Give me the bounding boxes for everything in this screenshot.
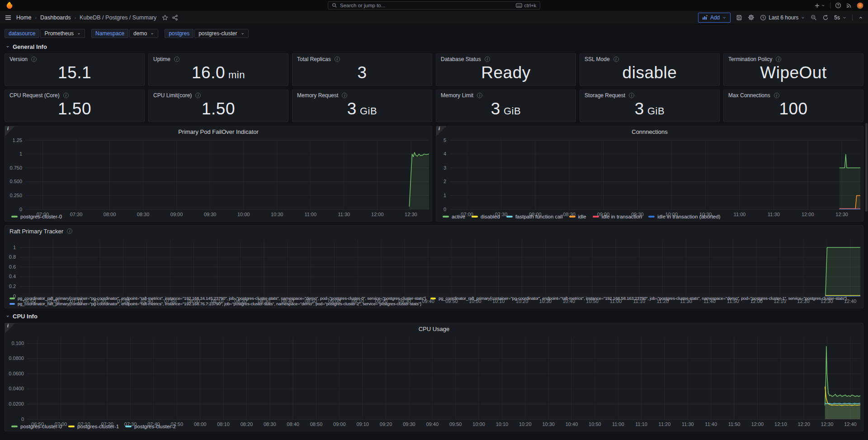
legend-item[interactable]: pg_coordinator_raft_primary{container="p… (9, 301, 421, 306)
info-icon[interactable]: i (335, 57, 340, 62)
stat-panel-memory-request: Memory Requesti 3GiB (292, 90, 432, 122)
panel-info-corner-icon[interactable]: i (436, 126, 446, 136)
stat-panel-cpu-request: CPU Request (Core)i 1.50 (5, 90, 145, 122)
svg-text:0: 0 (443, 207, 446, 212)
legend-item[interactable]: pg_coordinator_raft_primary{container="p… (9, 296, 426, 301)
variable-postgres-dropdown[interactable]: postgres-cluster (194, 29, 248, 38)
legend-label: postgres-cluster-1 (77, 424, 119, 429)
panel-title[interactable]: Raft Primary Trackeri (5, 226, 863, 237)
legend-item[interactable]: postgres-cluster-1 (68, 424, 119, 429)
info-icon[interactable]: i (63, 93, 69, 98)
stat-panel-cpu-limit: CPU Limit(core)i 1.50 (148, 90, 288, 122)
legend-swatch (11, 216, 18, 218)
info-icon[interactable]: i (477, 93, 482, 98)
info-icon[interactable]: i (67, 228, 72, 234)
cpu-usage-chart-plot[interactable]: 0.1000.08000.06000.04000.0200006:5007:00… (5, 334, 863, 423)
svg-text:0.0200: 0.0200 (9, 401, 24, 407)
info-icon[interactable]: i (613, 57, 619, 62)
variable-datasource-label: datasource (5, 29, 39, 38)
stat-panel-database-status: Database Statusi Ready (436, 53, 576, 86)
info-icon[interactable]: i (485, 57, 490, 62)
failover-chart-plot[interactable]: 1.2510.7500.5000.250007:0007:3008:0008:3… (5, 137, 432, 213)
section-general-info[interactable]: General Info (5, 43, 863, 51)
new-button[interactable] (814, 3, 826, 9)
breadcrumb-home[interactable]: Home (16, 14, 31, 21)
refresh-button[interactable] (822, 14, 829, 21)
legend-swatch (125, 426, 132, 427)
legend-item[interactable]: idle in transaction (593, 214, 642, 219)
refresh-icon (822, 14, 829, 21)
menu-toggle-button[interactable] (5, 14, 12, 21)
legend-item[interactable]: postgres-cluster-0 (11, 214, 62, 219)
legend-label: pg_coordinator_raft_primary{container="p… (18, 301, 421, 306)
connections-chart-plot[interactable]: 54321007:0007:3008:0008:3009:0009:3010:0… (436, 137, 863, 213)
search-input[interactable]: Search or jump to... ctrl+k (328, 1, 540, 9)
legend-item[interactable]: idle (569, 214, 586, 219)
legend-item[interactable]: fastpath function call (506, 214, 563, 219)
panel-title[interactable]: Primary Pod FailOver Indicator (5, 126, 432, 137)
section-cpu-info[interactable]: CPU Info (5, 312, 863, 320)
legend-item[interactable]: idle in transaction (aborted) (648, 214, 720, 219)
legend-item[interactable]: postgres-cluster-2 (125, 424, 176, 429)
stat-value: 1.50 (153, 99, 283, 119)
user-avatar[interactable] (857, 2, 863, 9)
connections-chart-legend: activedisabledfastpath function callidle… (436, 213, 863, 221)
add-panel-button[interactable]: Add (698, 13, 731, 23)
panel-info-corner-icon[interactable]: i (5, 323, 15, 333)
stat-title: CPU Limit(core) (153, 92, 192, 99)
svg-text:0.0400: 0.0400 (9, 386, 24, 391)
legend-item[interactable]: postgres-cluster-0 (11, 424, 62, 429)
favorite-button[interactable] (162, 14, 168, 21)
legend-label: disabled (481, 214, 500, 219)
raft-chart-plot[interactable]: 10.80.60.40.2006:5007:0007:1007:2007:300… (5, 237, 863, 295)
stat-panel-memory-limit: Memory Limiti 3GiB (436, 90, 576, 122)
info-icon[interactable]: i (31, 57, 37, 62)
info-icon[interactable]: i (174, 57, 179, 62)
stat-title: Total Replicas (297, 56, 331, 62)
info-icon[interactable]: i (629, 93, 634, 98)
variable-datasource-dropdown[interactable]: Prometheus (40, 29, 85, 38)
help-button[interactable] (835, 2, 841, 9)
panel-title[interactable]: CPU Usage (5, 323, 863, 334)
refresh-interval-label: 5s (834, 14, 840, 21)
variable-namespace: Namespace demo (91, 29, 158, 38)
info-icon[interactable]: i (774, 93, 779, 98)
stat-panel-uptime: Uptimei 16.0min (148, 53, 288, 86)
legend-item[interactable]: active (443, 214, 465, 219)
panel-connections: i Connnections 54321007:0007:3008:0008:3… (436, 126, 863, 222)
panel-title[interactable]: Connnections (436, 126, 863, 137)
panel-failover-indicator: i Primary Pod FailOver Indicator 1.2510.… (5, 126, 432, 222)
stat-value: Ready (441, 62, 571, 83)
legend-swatch (593, 216, 599, 218)
info-icon[interactable]: i (195, 93, 201, 98)
save-dashboard-button[interactable] (736, 14, 742, 21)
zoom-out-time-button[interactable] (811, 14, 817, 21)
legend-label: pg_coordinator_raft_primary{container="p… (18, 296, 426, 301)
divider (852, 14, 853, 21)
grafana-logo-icon[interactable] (5, 1, 14, 9)
page-scrollbar[interactable] (865, 123, 868, 212)
chevron-down-icon (801, 15, 805, 20)
legend-item[interactable]: pg_coordinator_raft_primary{container="p… (430, 296, 847, 301)
share-button[interactable] (172, 14, 178, 21)
legend-item[interactable]: disabled (472, 214, 500, 219)
svg-text:0.2: 0.2 (9, 284, 16, 289)
panel-info-corner-icon[interactable]: i (5, 126, 15, 136)
failover-chart-legend: postgres-cluster-0 (5, 213, 432, 221)
collapse-toolbar-button[interactable] (858, 15, 863, 20)
variable-namespace-dropdown[interactable]: demo (129, 29, 158, 38)
stat-title: Version (9, 56, 28, 62)
svg-text:0.0600: 0.0600 (9, 371, 24, 376)
news-button[interactable] (846, 2, 852, 9)
time-range-picker[interactable]: Last 6 hours (760, 14, 805, 21)
zoom-out-icon (811, 14, 817, 21)
legend-swatch (11, 426, 18, 427)
dashboard-settings-button[interactable] (748, 14, 755, 21)
info-icon[interactable]: i (342, 93, 347, 98)
refresh-interval-picker[interactable]: 5s (834, 14, 847, 21)
chevron-down-icon (5, 44, 10, 49)
info-icon[interactable]: i (776, 57, 781, 62)
variable-postgres: postgres postgres-cluster (165, 29, 248, 38)
breadcrumb-dashboards[interactable]: Dashboards (40, 14, 71, 21)
legend-label: idle in transaction (aborted) (657, 214, 720, 219)
